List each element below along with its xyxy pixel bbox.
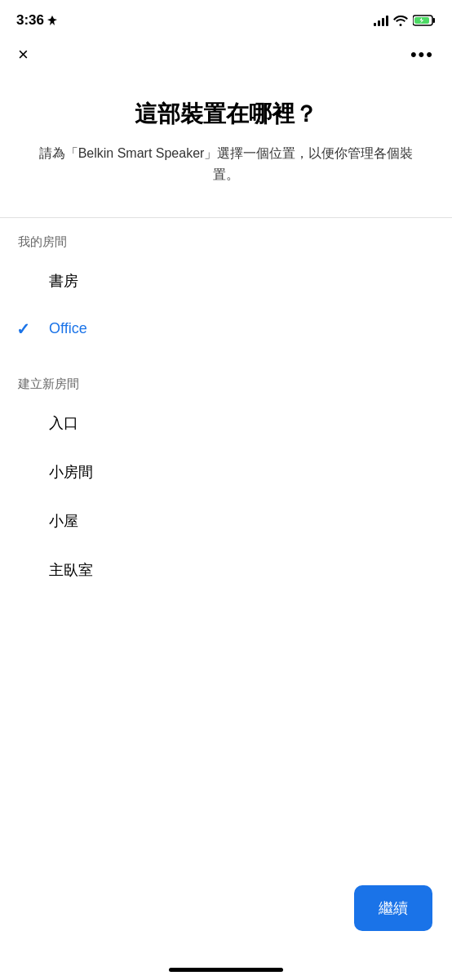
wifi-icon: [393, 15, 408, 26]
continue-button[interactable]: 繼續: [354, 885, 432, 931]
room-item-label: 書房: [49, 271, 78, 291]
page-subtitle: 請為「Belkin Smart Speaker」選擇一個位置，以便你管理各個裝置…: [33, 143, 419, 185]
header-section: 這部裝置在哪裡？ 請為「Belkin Smart Speaker」選擇一個位置，…: [0, 74, 452, 217]
location-icon: [47, 16, 57, 25]
status-time: 3:36: [16, 12, 57, 29]
time-display: 3:36: [16, 12, 44, 29]
room-item-label: 小屋: [49, 511, 78, 531]
room-item-shu-fang[interactable]: 書房: [0, 256, 452, 305]
new-rooms-label: 建立新房間: [0, 360, 452, 399]
top-nav: × •••: [0, 36, 452, 74]
signal-icon: [374, 15, 388, 26]
close-button[interactable]: ×: [18, 46, 29, 64]
new-rooms-list: 入口 小房間 小屋 主臥室: [0, 399, 452, 595]
room-item-entrance[interactable]: 入口: [0, 399, 452, 448]
room-item-office[interactable]: ✓ Office: [0, 305, 452, 352]
home-indicator: [169, 968, 283, 972]
room-item-master-bedroom[interactable]: 主臥室: [0, 546, 452, 595]
new-rooms-section: 建立新房間 入口 小房間 小屋 主臥室: [0, 360, 452, 595]
room-item-label: 入口: [49, 413, 78, 433]
my-rooms-label: 我的房間: [0, 218, 452, 256]
status-bar: 3:36: [0, 0, 452, 36]
room-item-label: 主臥室: [49, 560, 93, 580]
svg-rect-1: [433, 18, 436, 23]
my-rooms-section: 我的房間 書房 ✓ Office: [0, 218, 452, 352]
battery-icon: [413, 15, 436, 26]
my-rooms-list: 書房 ✓ Office: [0, 256, 452, 352]
room-item-small-room[interactable]: 小房間: [0, 448, 452, 497]
room-item-label: 小房間: [49, 462, 93, 482]
page-title: 這部裝置在哪裡？: [33, 98, 419, 130]
room-item-label: Office: [49, 320, 87, 337]
status-icons: [374, 15, 436, 26]
room-item-cottage[interactable]: 小屋: [0, 497, 452, 546]
check-icon: ✓: [16, 319, 30, 339]
more-button[interactable]: •••: [410, 44, 434, 65]
